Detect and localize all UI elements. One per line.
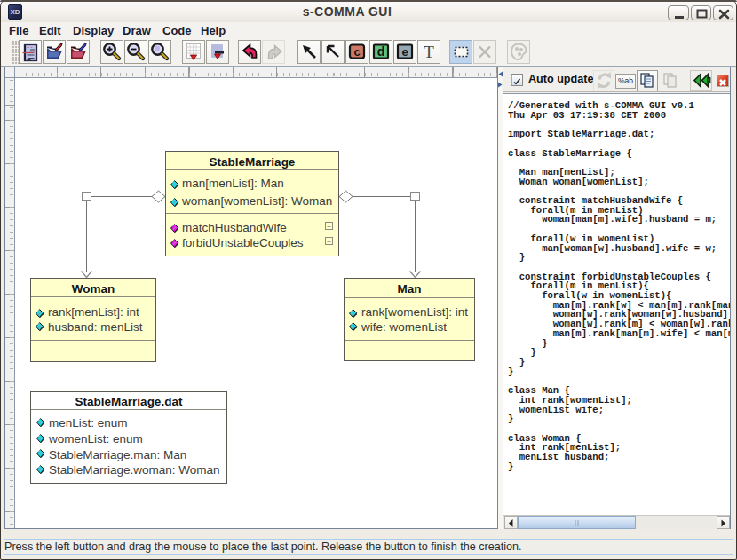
svg-text:d: d: [377, 44, 385, 59]
svg-text:c: c: [353, 45, 360, 59]
svg-text:T: T: [424, 43, 434, 61]
svg-text:e: e: [401, 45, 408, 59]
